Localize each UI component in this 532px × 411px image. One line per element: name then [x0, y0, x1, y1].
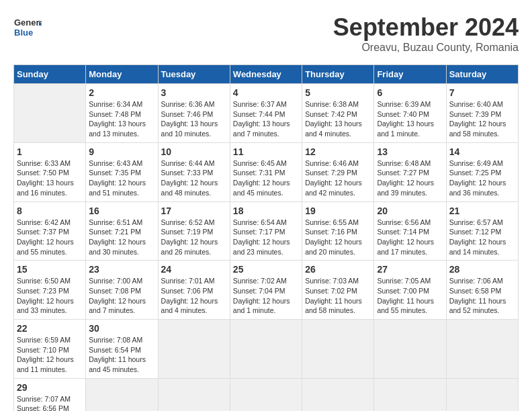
calendar-row: 29Sunrise: 7:07 AMSunset: 6:56 PMDayligh… [14, 378, 519, 411]
calendar-row: 1Sunrise: 6:33 AMSunset: 7:50 PMDaylight… [14, 142, 519, 201]
day-info: Sunrise: 6:39 AMSunset: 7:40 PMDaylight:… [377, 99, 443, 139]
calendar-cell: 17Sunrise: 6:52 AMSunset: 7:19 PMDayligh… [158, 201, 230, 261]
day-number: 7 [449, 87, 515, 98]
day-info: Sunrise: 6:48 AMSunset: 7:27 PMDaylight:… [377, 158, 443, 198]
svg-text:General: General [14, 17, 42, 28]
day-number: 17 [161, 205, 227, 216]
calendar-cell: 1Sunrise: 6:33 AMSunset: 7:50 PMDaylight… [14, 142, 86, 201]
page-header: General Blue September 2024 Oreavu, Buza… [13, 13, 519, 54]
calendar-row: 8Sunrise: 6:42 AMSunset: 7:37 PMDaylight… [14, 201, 519, 261]
calendar-cell: 3Sunrise: 6:36 AMSunset: 7:46 PMDaylight… [158, 84, 230, 143]
day-info: Sunrise: 6:55 AMSunset: 7:16 PMDaylight:… [305, 218, 371, 257]
calendar-cell: 6Sunrise: 6:39 AMSunset: 7:40 PMDaylight… [374, 84, 446, 143]
title-area: September 2024 Oreavu, Buzau County, Rom… [333, 13, 519, 54]
calendar-cell [302, 320, 374, 379]
day-info: Sunrise: 7:03 AMSunset: 7:02 PMDaylight:… [305, 276, 371, 316]
day-number: 23 [89, 264, 154, 275]
logo-svg: General Blue [13, 13, 42, 42]
calendar-row: 22Sunrise: 6:59 AMSunset: 7:10 PMDayligh… [14, 320, 519, 379]
day-number: 2 [89, 87, 154, 98]
calendar-cell: 15Sunrise: 6:50 AMSunset: 7:23 PMDayligh… [14, 261, 86, 320]
day-info: Sunrise: 6:59 AMSunset: 7:10 PMDaylight:… [17, 335, 83, 375]
calendar-cell: 9Sunrise: 6:43 AMSunset: 7:35 PMDaylight… [86, 142, 158, 201]
day-info: Sunrise: 6:46 AMSunset: 7:29 PMDaylight:… [305, 158, 371, 198]
day-number: 19 [305, 205, 371, 216]
day-number: 27 [377, 264, 443, 275]
calendar-table: Sunday Monday Tuesday Wednesday Thursday… [13, 64, 519, 411]
day-info: Sunrise: 7:02 AMSunset: 7:04 PMDaylight:… [233, 276, 299, 316]
calendar-cell [86, 378, 158, 411]
header-thursday: Thursday [302, 65, 374, 84]
svg-text:Blue: Blue [14, 28, 33, 38]
day-number: 15 [17, 264, 83, 275]
calendar-cell: 27Sunrise: 7:05 AMSunset: 7:00 PMDayligh… [374, 261, 446, 320]
day-number: 16 [89, 205, 154, 216]
calendar-cell: 25Sunrise: 7:02 AMSunset: 7:04 PMDayligh… [230, 261, 302, 320]
day-info: Sunrise: 7:01 AMSunset: 7:06 PMDaylight:… [161, 276, 227, 316]
calendar-cell: 2Sunrise: 6:34 AMSunset: 7:48 PMDaylight… [86, 84, 158, 143]
calendar-cell: 4Sunrise: 6:37 AMSunset: 7:44 PMDaylight… [230, 84, 302, 143]
calendar-cell: 28Sunrise: 7:06 AMSunset: 6:58 PMDayligh… [446, 261, 518, 320]
day-info: Sunrise: 6:44 AMSunset: 7:33 PMDaylight:… [161, 158, 227, 198]
day-info: Sunrise: 6:56 AMSunset: 7:14 PMDaylight:… [377, 218, 443, 257]
calendar-cell [302, 378, 374, 411]
header-saturday: Saturday [446, 65, 518, 84]
day-number: 18 [233, 205, 299, 216]
day-number: 5 [305, 87, 371, 98]
day-number: 22 [17, 323, 83, 334]
calendar-cell: 23Sunrise: 7:00 AMSunset: 7:08 PMDayligh… [86, 261, 158, 320]
calendar-row: 2Sunrise: 6:34 AMSunset: 7:48 PMDaylight… [14, 84, 519, 143]
calendar-cell: 7Sunrise: 6:40 AMSunset: 7:39 PMDaylight… [446, 84, 518, 143]
day-number: 14 [449, 146, 515, 157]
day-number: 29 [17, 382, 83, 393]
calendar-cell: 21Sunrise: 6:57 AMSunset: 7:12 PMDayligh… [446, 201, 518, 261]
calendar-cell: 8Sunrise: 6:42 AMSunset: 7:37 PMDaylight… [14, 201, 86, 261]
header-wednesday: Wednesday [230, 65, 302, 84]
header-row: Sunday Monday Tuesday Wednesday Thursday… [14, 65, 519, 84]
calendar-cell: 12Sunrise: 6:46 AMSunset: 7:29 PMDayligh… [302, 142, 374, 201]
day-info: Sunrise: 6:49 AMSunset: 7:25 PMDaylight:… [449, 158, 515, 198]
header-friday: Friday [374, 65, 446, 84]
day-info: Sunrise: 6:51 AMSunset: 7:21 PMDaylight:… [89, 218, 154, 257]
logo: General Blue [13, 13, 42, 42]
day-number: 8 [17, 205, 83, 216]
day-number: 12 [305, 146, 371, 157]
day-info: Sunrise: 6:54 AMSunset: 7:17 PMDaylight:… [233, 218, 299, 257]
day-number: 25 [233, 264, 299, 275]
header-monday: Monday [86, 65, 158, 84]
day-info: Sunrise: 6:42 AMSunset: 7:37 PMDaylight:… [17, 218, 83, 257]
day-info: Sunrise: 6:57 AMSunset: 7:12 PMDaylight:… [449, 218, 515, 257]
calendar-cell [446, 378, 518, 411]
location-title: Oreavu, Buzau County, Romania [333, 42, 519, 54]
day-info: Sunrise: 6:33 AMSunset: 7:50 PMDaylight:… [17, 158, 83, 198]
header-sunday: Sunday [14, 65, 86, 84]
day-number: 1 [17, 146, 83, 157]
calendar-cell: 19Sunrise: 6:55 AMSunset: 7:16 PMDayligh… [302, 201, 374, 261]
calendar-cell [158, 378, 230, 411]
day-info: Sunrise: 7:08 AMSunset: 6:54 PMDaylight:… [89, 335, 154, 375]
day-info: Sunrise: 6:50 AMSunset: 7:23 PMDaylight:… [17, 276, 83, 316]
day-number: 3 [161, 87, 227, 98]
calendar-cell: 18Sunrise: 6:54 AMSunset: 7:17 PMDayligh… [230, 201, 302, 261]
calendar-cell: 30Sunrise: 7:08 AMSunset: 6:54 PMDayligh… [86, 320, 158, 379]
day-number: 6 [377, 87, 443, 98]
calendar-cell: 22Sunrise: 6:59 AMSunset: 7:10 PMDayligh… [14, 320, 86, 379]
day-info: Sunrise: 6:36 AMSunset: 7:46 PMDaylight:… [161, 99, 227, 139]
day-info: Sunrise: 7:06 AMSunset: 6:58 PMDaylight:… [449, 276, 515, 316]
day-number: 26 [305, 264, 371, 275]
day-number: 4 [233, 87, 299, 98]
calendar-cell [14, 84, 86, 143]
calendar-cell [230, 378, 302, 411]
day-number: 9 [89, 146, 154, 157]
day-info: Sunrise: 6:40 AMSunset: 7:39 PMDaylight:… [449, 99, 515, 139]
day-number: 21 [449, 205, 515, 216]
calendar-cell: 16Sunrise: 6:51 AMSunset: 7:21 PMDayligh… [86, 201, 158, 261]
calendar-cell: 20Sunrise: 6:56 AMSunset: 7:14 PMDayligh… [374, 201, 446, 261]
day-info: Sunrise: 6:34 AMSunset: 7:48 PMDaylight:… [89, 99, 154, 139]
calendar-cell [374, 320, 446, 379]
day-number: 10 [161, 146, 227, 157]
calendar-cell: 26Sunrise: 7:03 AMSunset: 7:02 PMDayligh… [302, 261, 374, 320]
calendar-cell [374, 378, 446, 411]
day-number: 20 [377, 205, 443, 216]
day-info: Sunrise: 7:07 AMSunset: 6:56 PMDaylight:… [17, 394, 83, 411]
